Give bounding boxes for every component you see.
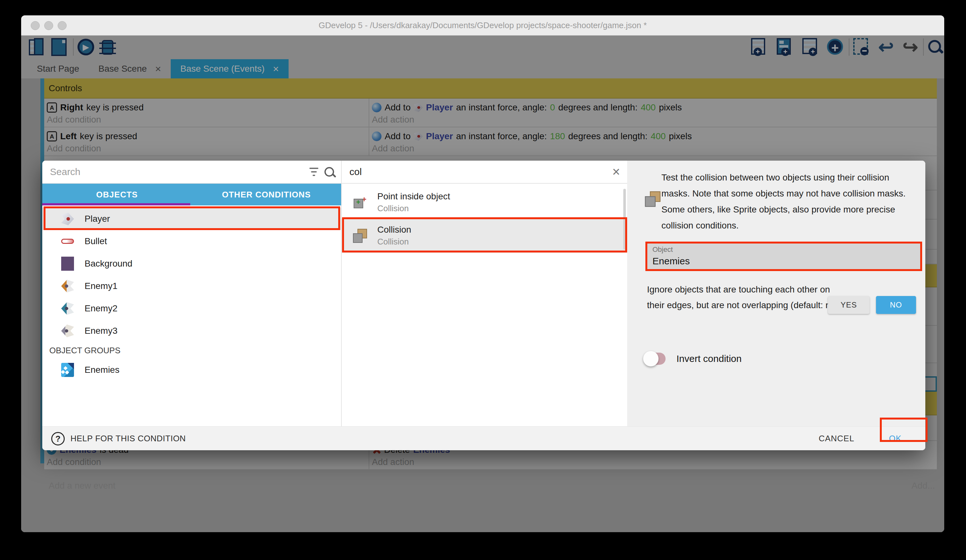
object-list: Player Bullet Background Enemy1 [42,205,341,426]
object-search-row [42,160,341,184]
object-list-panel: OBJECTS OTHER CONDITIONS Player Bullet [42,160,341,426]
object-item-bullet[interactable]: Bullet [42,230,341,252]
enemy3-ship-icon [61,324,74,337]
window-content: ▶ + + + + [21,35,944,532]
help-icon: ? [51,432,65,445]
object-item-enemy2[interactable]: Enemy2 [42,297,341,320]
invert-condition-row: Invert condition [644,353,741,365]
object-group-icon [61,363,74,377]
point-inside-object-icon: + + [353,195,368,210]
condition-search-input[interactable] [349,166,606,178]
background-icon [61,257,74,270]
condition-search-row: × [342,160,627,184]
object-field[interactable]: Object Enemies [646,242,922,270]
object-item-enemy1[interactable]: Enemy1 [42,275,341,297]
cancel-button[interactable]: CANCEL [817,433,856,444]
tab-other-conditions[interactable]: OTHER CONDITIONS [192,184,342,205]
condition-description: Test the collision between two objects u… [661,170,916,234]
condition-detail-panel: Test the collision between two objects u… [627,160,925,426]
scrollbar[interactable] [623,189,626,250]
ignore-touching-label: Ignore objects that are touching each ot… [647,282,842,313]
condition-source-tabs: OBJECTS OTHER CONDITIONS [42,184,341,205]
group-item-enemies[interactable]: Enemies [42,359,341,381]
object-groups-header: OBJECT GROUPS [42,342,341,359]
invert-toggle[interactable] [644,353,665,365]
no-button[interactable]: NO [876,296,916,314]
tab-objects[interactable]: OBJECTS [42,184,192,205]
collision-icon [645,191,661,207]
object-item-background[interactable]: Background [42,252,341,275]
dialog-footer: ? HELP FOR THIS CONDITION CANCEL OK [42,426,925,450]
help-link[interactable]: ? HELP FOR THIS CONDITION [51,432,186,445]
enemy2-ship-icon [61,302,74,315]
enemy1-ship-icon [61,279,74,293]
titlebar: GDevelop 5 - /Users/dkarakay/Documents/G… [21,15,944,36]
object-item-player[interactable]: Player [42,208,341,230]
condition-item-point-inside[interactable]: + + Point inside object Collision [342,186,627,218]
ok-button[interactable]: OK [887,433,904,444]
desktop: GDevelop 5 - /Users/dkarakay/Documents/G… [0,0,966,560]
clear-search-icon[interactable]: × [612,165,620,178]
app-window: GDevelop 5 - /Users/dkarakay/Documents/G… [21,15,944,532]
collision-icon [353,228,368,243]
choose-condition-dialog: OBJECTS OTHER CONDITIONS Player Bullet [42,160,925,450]
active-tab-indicator [42,203,190,205]
window-title: GDevelop 5 - /Users/dkarakay/Documents/G… [21,15,944,35]
condition-list-panel: × + + Point inside object Collision [341,160,627,426]
object-search-input[interactable] [49,166,303,178]
bullet-icon [61,234,74,248]
player-ship-icon [61,212,74,226]
condition-item-collision[interactable]: Collision Collision [342,218,627,253]
object-item-enemy3[interactable]: Enemy3 [42,320,341,342]
search-icon [324,167,334,177]
yes-button[interactable]: YES [828,296,870,314]
filter-icon[interactable] [309,168,319,176]
